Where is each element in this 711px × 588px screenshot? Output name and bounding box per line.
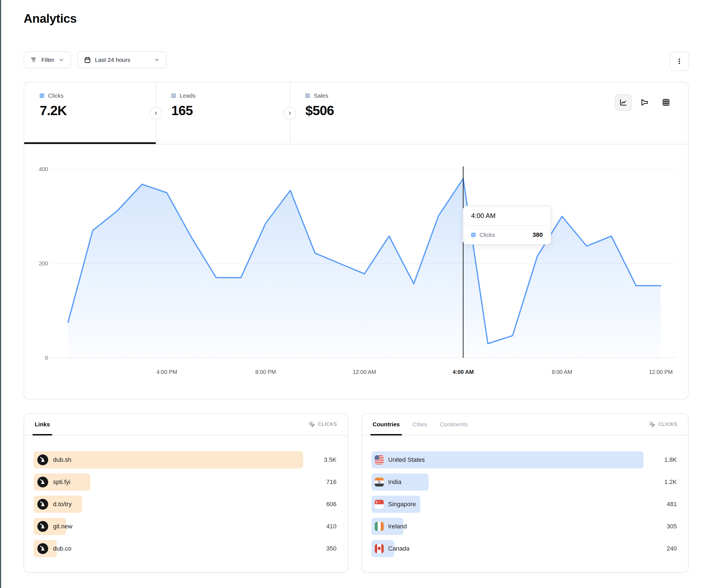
countries-metric-selector[interactable]: CLICKS: [649, 421, 677, 428]
page-edge-strip: [0, 0, 1, 588]
expand-sales-button[interactable]: [283, 107, 296, 119]
table-grid-icon: [662, 98, 670, 107]
metric-tab-clicks[interactable]: Clicks 7.2K: [24, 82, 156, 144]
svg-text:8:00 AM: 8:00 AM: [552, 369, 572, 375]
tab-countries[interactable]: Countries: [372, 414, 400, 435]
links-row-list: dub.sh 3.5K spti.fyi 716 d.to/try 606 gi…: [24, 451, 348, 557]
metric-label: Clicks: [48, 92, 64, 99]
list-item[interactable]: India 1.2K: [371, 473, 677, 491]
tabs-bottom-border: [24, 144, 688, 144]
more-options-button[interactable]: [670, 51, 689, 71]
svg-text:4:00 PM: 4:00 PM: [156, 369, 177, 375]
line-chart-icon: [619, 98, 627, 107]
tab-links[interactable]: Links: [35, 414, 50, 435]
list-item[interactable]: dub.sh 3.5K: [34, 451, 337, 469]
tab-cities[interactable]: Cities: [413, 414, 427, 435]
svg-text:12:00 AM: 12:00 AM: [352, 369, 376, 375]
countries-metric-label: CLICKS: [658, 422, 677, 427]
cursor-click-icon: [308, 421, 315, 428]
chart-view-funnel-button[interactable]: [636, 94, 653, 111]
list-item[interactable]: Ireland 305: [371, 518, 677, 535]
dub-logo: [37, 521, 48, 532]
links-metric-label: CLICKS: [318, 422, 337, 427]
flag-ca: [375, 544, 384, 553]
links-metric-selector[interactable]: CLICKS: [308, 421, 337, 428]
chart-x-axis-labels: 4:00 PM8:00 PM12:00 AM4:00 AM8:00 AM12:0…: [156, 369, 673, 375]
metric-value: 165: [171, 103, 290, 118]
leads-legend-swatch: [171, 93, 176, 98]
clicks-legend-swatch: [40, 93, 44, 98]
dub-logo: [37, 498, 48, 510]
filter-icon: [30, 56, 38, 64]
svg-text:4:00 AM: 4:00 AM: [453, 369, 474, 375]
dub-logo: [37, 476, 48, 488]
chart-area-fill: [68, 179, 661, 358]
svg-text:8:00 PM: 8:00 PM: [255, 369, 276, 375]
metric-value: $506: [305, 103, 429, 118]
calendar-icon: [84, 56, 91, 64]
svg-text:0: 0: [45, 355, 48, 361]
funnel-icon: [641, 98, 649, 107]
list-item[interactable]: Singapore 481: [371, 496, 677, 513]
filter-button[interactable]: Filter: [24, 51, 71, 68]
clicks-area-chart[interactable]: 0200400 4:00 PM8:00 PM12:00 AM4:00 AM8:0…: [24, 150, 689, 383]
tooltip-value: 380: [533, 231, 543, 239]
list-item[interactable]: d.to/try 606: [34, 496, 337, 513]
page-title: Analytics: [24, 12, 77, 25]
flag-ie: [375, 522, 384, 531]
list-item[interactable]: git.new 410: [34, 518, 337, 535]
svg-text:400: 400: [39, 166, 48, 172]
chart-tooltip: 4:00 AM Clicks 380: [463, 206, 551, 245]
active-metric-underline: [24, 142, 156, 144]
flag-us: [375, 455, 384, 464]
countries-row-list: United States 1.8K India 1.2K Singapore …: [362, 451, 688, 557]
links-panel: Links CLICKS dub.sh 3.5K: [24, 413, 348, 573]
dub-logo: [37, 454, 48, 466]
dub-logo: [37, 543, 48, 555]
tooltip-legend-swatch: [471, 233, 476, 237]
chart-view-line-button[interactable]: [615, 94, 631, 111]
metric-label: Sales: [314, 92, 328, 99]
sales-legend-swatch: [305, 93, 310, 98]
list-item[interactable]: dub.co 350: [34, 540, 337, 557]
tooltip-series-label: Clicks: [479, 232, 529, 238]
list-item[interactable]: United States 1.8K: [371, 451, 677, 469]
metric-tab-sales[interactable]: Sales $506: [290, 82, 429, 144]
chevron-down-icon: [58, 57, 64, 63]
kebab-menu-icon: [676, 58, 683, 65]
date-range-label: Last 24 hours: [95, 56, 130, 63]
metric-label: Leads: [180, 92, 195, 99]
filter-button-label: Filter: [41, 56, 55, 63]
chart-y-axis-labels: 0200400: [39, 166, 48, 361]
list-item[interactable]: spti.fyi 716: [34, 473, 337, 491]
metric-tab-leads[interactable]: Leads 165: [156, 82, 290, 144]
flag-in: [375, 478, 384, 487]
svg-text:200: 200: [39, 261, 48, 267]
metric-value: 7.2K: [40, 103, 156, 118]
analytics-page: Analytics Filter Last 24 hours: [0, 0, 711, 588]
cursor-click-icon: [649, 421, 655, 428]
countries-panel: Countries Cities Continents CLICKS Unite…: [362, 413, 689, 573]
date-range-button[interactable]: Last 24 hours: [77, 51, 167, 68]
expand-leads-button[interactable]: [149, 107, 162, 119]
chart-view-table-button[interactable]: [658, 94, 674, 111]
flag-sg: [375, 500, 384, 509]
tooltip-time: 4:00 AM: [464, 206, 551, 226]
tab-continents[interactable]: Continents: [440, 414, 468, 435]
list-item[interactable]: Canada 240: [371, 540, 677, 557]
svg-text:12:00 PM: 12:00 PM: [649, 369, 673, 375]
chevron-down-icon: [154, 57, 160, 63]
